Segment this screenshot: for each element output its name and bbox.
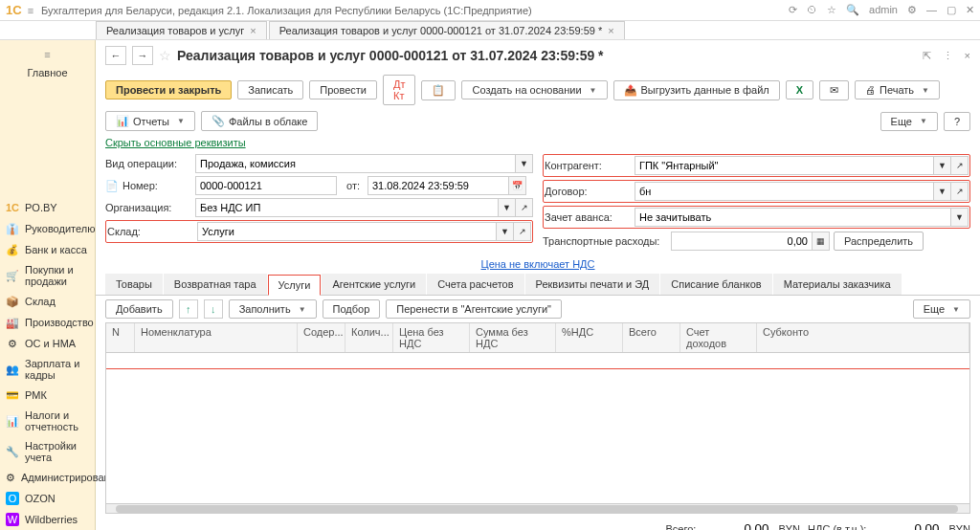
sidebar-item-sales[interactable]: 🛒Покупки и продажи (0, 260, 95, 291)
col-sum[interactable]: Сумма без НДС (470, 323, 556, 352)
advance-input[interactable] (635, 208, 951, 227)
subtab-services[interactable]: Услуги (268, 275, 322, 296)
close-tab-icon[interactable]: × (250, 25, 256, 36)
subtab-containers[interactable]: Возвратная тара (164, 274, 267, 295)
open-icon[interactable]: ↗ (951, 182, 969, 201)
subtab-forms[interactable]: Списание бланков (660, 274, 771, 295)
hide-main-link[interactable]: Скрыть основные реквизиты (105, 137, 246, 148)
col-vat-pct[interactable]: %НДС (556, 323, 623, 352)
sidebar-item-wb[interactable]: WWildberries (0, 509, 95, 530)
date-input[interactable] (368, 176, 509, 195)
reports-button[interactable]: 📊 Отчеты▼ (105, 111, 195, 131)
horizontal-scrollbar[interactable] (106, 503, 969, 513)
dropdown-icon[interactable]: ▼ (934, 182, 951, 201)
user-label[interactable]: admin (869, 4, 898, 16)
sidebar-item-poby[interactable]: 1СPO.BY (0, 197, 95, 218)
close-tab-icon[interactable]: × (608, 25, 613, 36)
org-input[interactable] (195, 198, 499, 217)
add-row-button[interactable]: Добавить (105, 299, 173, 319)
favorites-icon[interactable]: ☆ (827, 4, 836, 16)
contract-input[interactable] (635, 182, 934, 201)
minimize-icon[interactable]: — (926, 4, 937, 16)
open-window-icon[interactable]: ⇱ (923, 50, 931, 62)
save-button[interactable]: Записать (237, 80, 303, 99)
dropdown-icon[interactable]: ▼ (497, 222, 514, 241)
excel-button[interactable]: X (786, 80, 813, 99)
sidebar-item-settings[interactable]: 🔧Настройки учета (0, 436, 95, 467)
col-total[interactable]: Всего (623, 323, 680, 352)
search-icon[interactable]: 🔍 (846, 4, 859, 16)
main-menu-icon[interactable] (28, 5, 33, 16)
doc-tab-active[interactable]: Реализация товаров и услуг 0000-000121 о… (269, 21, 625, 39)
sidebar-item-rmk[interactable]: 💳РМК (0, 385, 95, 406)
subtab-accounts[interactable]: Счета расчетов (427, 274, 523, 295)
structure-button[interactable]: 📋 (421, 80, 456, 100)
subtab-materials[interactable]: Материалы заказчика (773, 274, 902, 295)
sidebar-item-warehouse[interactable]: 📦Склад (0, 291, 95, 312)
post-button[interactable]: Провести (309, 80, 377, 99)
sidebar-item-admin[interactable]: ⚙Администрирование (0, 467, 95, 488)
sidebar-item-manager[interactable]: 👔Руководителю (0, 218, 95, 239)
calendar-icon[interactable]: 📅 (509, 176, 526, 195)
subtab-agent[interactable]: Агентские услуги (322, 274, 426, 295)
dt-kt-button[interactable]: ДтКт (383, 75, 416, 105)
export-file-button[interactable]: 📤 Выгрузить данные в файл (613, 80, 780, 100)
sidebar-item-assets[interactable]: ⚙ОС и НМА (0, 333, 95, 354)
close-doc-icon[interactable]: × (965, 50, 970, 61)
print-button[interactable]: 🖨 Печать▼ (855, 80, 940, 99)
dropdown-icon[interactable]: ▼ (934, 156, 951, 175)
sidebar-item-hr[interactable]: 👥Зарплата и кадры (0, 354, 95, 385)
scroll-thumb[interactable] (116, 505, 958, 513)
grid-body[interactable] (106, 353, 969, 503)
create-based-button[interactable]: Создать на основании▼ (461, 80, 607, 99)
open-icon[interactable]: ↗ (514, 222, 531, 241)
col-qty[interactable]: Колич... (345, 323, 393, 352)
sidebar-item-bank[interactable]: 💰Банк и касса (0, 239, 95, 260)
maximize-icon[interactable]: ▢ (947, 4, 956, 16)
dropdown-icon[interactable]: ▼ (516, 154, 533, 173)
col-subconto[interactable]: Субконто (757, 323, 969, 352)
move-down-button[interactable]: ↓ (204, 299, 223, 319)
notifications-icon[interactable]: ⟳ (789, 4, 797, 16)
doc-tab[interactable]: Реализация товаров и услуг × (96, 21, 267, 39)
distribute-button[interactable]: Распределить (834, 232, 924, 251)
vat-mode-link[interactable]: Цена не включает НДС (481, 258, 595, 270)
history-icon[interactable]: ⏲ (807, 4, 817, 16)
transfer-button[interactable]: Перенести в "Агентские услуги" (386, 299, 562, 319)
nav-back-button[interactable]: ← (105, 46, 126, 65)
more-icon[interactable]: ⋮ (943, 50, 953, 62)
dropdown-icon[interactable]: ▼ (951, 208, 969, 227)
fill-button[interactable]: Заполнить▼ (229, 299, 317, 319)
open-icon[interactable]: ↗ (951, 156, 969, 175)
sidebar-item-tax[interactable]: 📊Налоги и отчетность (0, 406, 95, 436)
col-price[interactable]: Цена без НДС (393, 323, 470, 352)
subtab-print[interactable]: Реквизиты печати и ЭД (525, 274, 660, 295)
number-input[interactable] (195, 176, 337, 195)
col-nomenclature[interactable]: Номенклатура (135, 323, 298, 352)
help-button[interactable]: ? (944, 112, 970, 131)
nav-forward-button[interactable]: → (132, 46, 153, 65)
email-button[interactable]: ✉ (819, 80, 849, 100)
more-button[interactable]: Еще▼ (880, 112, 938, 131)
sidebar-item-ozon[interactable]: OOZON (0, 488, 95, 509)
close-app-icon[interactable]: ✕ (966, 4, 974, 16)
select-button[interactable]: Подбор (323, 299, 381, 319)
move-up-button[interactable]: ↑ (179, 299, 198, 319)
sidebar-item-production[interactable]: 🏭Производство (0, 312, 95, 333)
favorite-star-icon[interactable]: ☆ (159, 48, 171, 63)
col-n[interactable]: N (106, 323, 135, 352)
settings-icon[interactable]: ⚙ (907, 4, 917, 16)
calc-icon[interactable]: ▦ (813, 232, 830, 251)
col-content[interactable]: Содер... (298, 323, 345, 352)
transport-input[interactable] (671, 232, 813, 251)
subtab-goods[interactable]: Товары (105, 274, 163, 295)
post-and-close-button[interactable]: Провести и закрыть (105, 80, 232, 99)
dropdown-icon[interactable]: ▼ (499, 198, 516, 217)
open-icon[interactable]: ↗ (516, 198, 533, 217)
operation-type-input[interactable] (195, 154, 516, 173)
files-cloud-button[interactable]: 📎 Файлы в облаке (201, 111, 318, 131)
sidebar-item-main[interactable]: ≡Главное (0, 44, 95, 197)
warehouse-input[interactable] (197, 222, 497, 241)
grid-more-button[interactable]: Еще▼ (913, 299, 970, 319)
col-income[interactable]: Счет доходов (680, 323, 757, 352)
